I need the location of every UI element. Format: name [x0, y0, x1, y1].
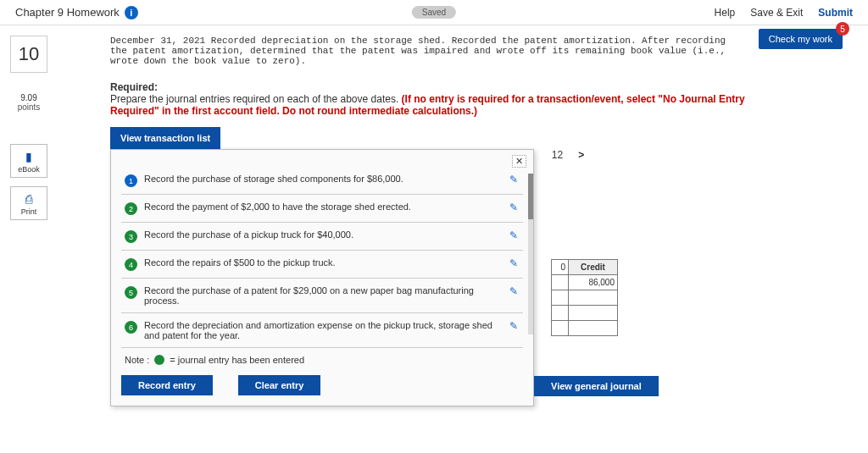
transaction-number-icon: 2	[125, 202, 137, 215]
debit-cell[interactable]	[552, 290, 569, 306]
saved-pill: Saved	[412, 6, 456, 19]
transaction-item[interactable]: 5Record the purchase of a patent for $29…	[121, 278, 523, 312]
transaction-panel: ✕ 1Record the purchase of storage shed c…	[110, 149, 534, 406]
clear-entry-button[interactable]: Clear entry	[238, 375, 320, 395]
credit-cell-4[interactable]	[569, 321, 618, 336]
top-right-nav: Help Save & Exit Submit	[715, 7, 853, 19]
content: Check my work 5 10 9.09 points ▮ eBook ⎙…	[0, 25, 868, 406]
required-label: Required:	[110, 81, 754, 93]
credit-table: 0Credit 86,000	[551, 259, 618, 336]
debit-cell[interactable]	[552, 306, 569, 321]
credit-cell-1[interactable]: 86,000	[569, 275, 618, 290]
debit-cell-partial[interactable]: 0	[552, 260, 569, 275]
transaction-item[interactable]: 3Record the purchase of a pickup truck f…	[121, 222, 523, 250]
ebook-button[interactable]: ▮ eBook	[10, 144, 47, 178]
transaction-list: 1Record the purchase of storage shed com…	[121, 167, 523, 347]
transaction-text: Record the payment of $2,000 to have the…	[144, 202, 411, 212]
ebook-label: eBook	[18, 165, 40, 174]
entered-dot-icon	[154, 355, 164, 365]
required-block: Required: Prepare the journal entries re…	[110, 81, 754, 117]
print-button[interactable]: ⎙ Print	[10, 186, 47, 220]
transaction-item[interactable]: 6Record the depreciation and amortizatio…	[121, 312, 523, 347]
title-text: Chapter 9 Homework	[15, 6, 120, 19]
points-box: 9.09 points	[10, 93, 47, 112]
debit-cell[interactable]	[552, 275, 569, 290]
transaction-number-icon: 4	[125, 258, 137, 271]
note-row: Note : = journal entry has been entered	[121, 347, 523, 372]
assignment-title: Chapter 9 Homework i	[15, 6, 138, 19]
pager: 12 >	[492, 144, 644, 166]
transaction-number-icon: 3	[125, 230, 137, 243]
top-bar: Chapter 9 Homework i Saved Help Save & E…	[0, 0, 868, 25]
pager-next-icon[interactable]: >	[578, 149, 584, 161]
note-text: = journal entry has been entered	[170, 355, 304, 365]
view-general-journal-button[interactable]: View general journal	[534, 376, 659, 396]
transaction-text: Record the purchase of a pickup truck fo…	[144, 229, 353, 240]
scenario-text: December 31, 2021 Recorded depreciation …	[110, 36, 737, 66]
save-exit-link[interactable]: Save & Exit	[750, 7, 803, 19]
book-icon: ▮	[13, 150, 45, 163]
transaction-number-icon: 1	[125, 174, 137, 187]
transaction-text: Record the repairs of $500 to the pickup…	[144, 257, 336, 268]
credit-cell-2[interactable]	[569, 290, 618, 306]
workarea: View transaction list ✕ 1Record the purc…	[110, 127, 853, 406]
transaction-item[interactable]: 4Record the repairs of $500 to the picku…	[121, 250, 523, 278]
check-label: Check my work	[769, 34, 832, 44]
credit-cell-3[interactable]	[569, 306, 618, 321]
action-row: Record entry Clear entry	[121, 372, 523, 395]
note-prefix: Note :	[125, 355, 149, 365]
points-value: 9.09	[10, 93, 47, 102]
transaction-number-icon: 6	[125, 321, 137, 334]
info-icon[interactable]: i	[125, 6, 138, 19]
print-label: Print	[21, 207, 37, 216]
record-entry-button[interactable]: Record entry	[121, 375, 213, 395]
credit-header: Credit	[569, 260, 618, 275]
transaction-item[interactable]: 2Record the payment of $2,000 to have th…	[121, 194, 523, 222]
journal-peek: 12 > 0Credit 86,000	[492, 144, 644, 336]
debit-cell[interactable]	[552, 321, 569, 336]
transaction-item[interactable]: 1Record the purchase of storage shed com…	[121, 167, 523, 194]
page-number: 12	[552, 149, 563, 161]
points-label: points	[18, 102, 41, 112]
check-my-work-button[interactable]: Check my work 5	[759, 29, 843, 49]
question-number: 10	[10, 36, 47, 73]
transaction-text: Record the purchase of a patent for $29,…	[144, 285, 499, 306]
transaction-text: Record the depreciation and amortization…	[144, 320, 499, 340]
view-transaction-list-tab[interactable]: View transaction list	[110, 127, 220, 149]
submit-link[interactable]: Submit	[818, 7, 853, 19]
printer-icon: ⎙	[13, 192, 45, 206]
transaction-text: Record the purchase of storage shed comp…	[144, 174, 403, 184]
help-link[interactable]: Help	[715, 7, 736, 19]
check-badge: 5	[836, 22, 849, 36]
required-text: Prepare the journal entries required on …	[110, 93, 402, 105]
side-icons: ▮ eBook ⎙ Print	[10, 144, 47, 229]
transaction-number-icon: 5	[125, 286, 137, 299]
